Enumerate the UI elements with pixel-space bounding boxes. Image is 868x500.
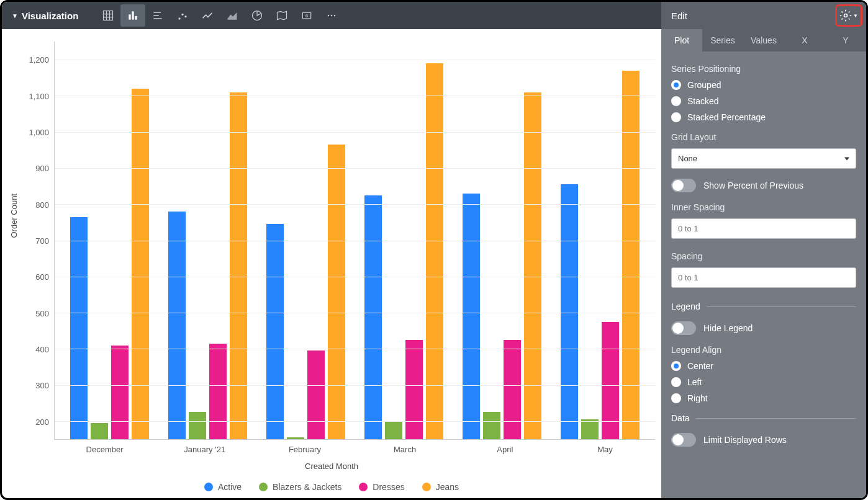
gear-icon [839, 9, 852, 22]
pie-chart-icon[interactable] [245, 4, 269, 27]
hide-legend-label: Hide Legend [703, 323, 753, 333]
bar[interactable] [483, 412, 500, 439]
y-axis-ticks: 2003004005006007008009001,0001,1001,200 [20, 42, 54, 440]
svg-rect-0 [104, 11, 113, 20]
bar[interactable] [385, 421, 402, 439]
limit-rows-toggle[interactable] [671, 433, 696, 447]
x-tick: December [55, 440, 155, 454]
legend-item[interactable]: Active [204, 482, 242, 492]
bar[interactable] [561, 184, 578, 439]
y-tick: 200 [35, 417, 49, 426]
y-tick: 1,100 [29, 91, 49, 100]
chart-plot-area [54, 42, 655, 440]
svg-rect-7 [135, 16, 137, 20]
chart-legend: ActiveBlazers & JacketsDressesJeans [8, 482, 655, 492]
svg-point-19 [334, 15, 336, 17]
bar-chart-icon[interactable] [120, 4, 145, 27]
spacing-input[interactable] [671, 267, 856, 288]
tab-series[interactable]: Series [702, 29, 743, 51]
svg-text:6: 6 [305, 13, 308, 19]
area-chart-icon[interactable] [220, 4, 245, 27]
bar[interactable] [111, 346, 129, 440]
bar[interactable] [328, 145, 345, 439]
legend-dot-icon [259, 483, 268, 491]
legend-align-option[interactable]: Center [671, 361, 856, 371]
map-icon[interactable] [269, 4, 294, 27]
radio-icon [671, 377, 681, 387]
series-positioning-option[interactable]: Stacked Percentage [671, 112, 856, 122]
bar[interactable] [91, 423, 108, 439]
x-tick: May [555, 440, 655, 454]
show-percent-previous-toggle[interactable] [671, 179, 696, 192]
tab-x[interactable]: X [784, 29, 825, 51]
bar[interactable] [168, 212, 186, 439]
single-value-icon[interactable]: 6 [294, 4, 319, 27]
bar[interactable] [209, 344, 227, 439]
visualization-title-toggle[interactable]: ▼ Visualization [7, 11, 83, 21]
toolbar-title: Visualization [22, 11, 78, 21]
settings-gear-button[interactable]: ▼ [835, 4, 862, 27]
line-chart-icon[interactable] [195, 4, 220, 27]
show-percent-previous-label: Show Percent of Previous [703, 181, 803, 190]
bar[interactable] [70, 217, 88, 439]
svg-point-12 [182, 14, 184, 16]
x-axis-label: Created Month [8, 462, 655, 471]
y-tick: 300 [35, 381, 49, 390]
bar[interactable] [405, 340, 423, 439]
legend-dot-icon [359, 483, 368, 491]
y-tick: 1,000 [29, 127, 49, 136]
legend-align-option[interactable]: Right [671, 393, 856, 403]
y-tick: 500 [35, 308, 49, 318]
legend-align-option[interactable]: Left [671, 377, 856, 387]
bar[interactable] [524, 92, 541, 439]
hide-legend-toggle[interactable] [671, 321, 696, 335]
more-viz-icon[interactable] [319, 4, 344, 27]
x-tick: March [355, 440, 455, 454]
bar[interactable] [189, 412, 206, 439]
legend-item[interactable]: Blazers & Jackets [259, 482, 341, 492]
inner-spacing-label: Inner Spacing [671, 202, 856, 212]
radio-icon [671, 80, 681, 90]
grid-layout-select[interactable]: None [671, 148, 856, 169]
bar[interactable] [287, 437, 304, 439]
svg-point-20 [844, 14, 848, 17]
legend-item[interactable]: Dresses [359, 482, 404, 492]
y-tick: 900 [35, 164, 49, 173]
tab-values[interactable]: Values [743, 29, 784, 51]
bar[interactable] [504, 340, 521, 439]
scatter-icon[interactable] [170, 4, 195, 27]
chevron-down-icon: ▼ [12, 12, 18, 19]
series-positioning-label: Series Positioning [671, 64, 856, 74]
y-tick: 700 [35, 236, 49, 246]
bar[interactable] [463, 194, 480, 439]
y-tick: 1,200 [29, 55, 49, 65]
legend-dot-icon [204, 483, 213, 491]
bar[interactable] [364, 195, 382, 439]
edit-panel: Edit ▼ PlotSeriesValuesXY Series Positio… [661, 2, 866, 498]
bar[interactable] [426, 63, 443, 439]
y-axis-label: Order Count [8, 194, 20, 238]
inner-spacing-input[interactable] [671, 218, 856, 239]
bar[interactable] [132, 89, 149, 439]
table-viz-icon[interactable] [96, 4, 120, 27]
x-tick: January '21 [155, 440, 255, 454]
series-positioning-option[interactable]: Grouped [671, 80, 856, 90]
edit-tabs: PlotSeriesValuesXY [661, 29, 866, 51]
y-tick: 800 [35, 200, 49, 209]
radio-icon [671, 393, 681, 403]
svg-point-17 [328, 15, 330, 17]
bar[interactable] [266, 224, 284, 439]
legend-align-label: Legend Align [671, 345, 856, 355]
bar[interactable] [581, 419, 599, 439]
bar[interactable] [307, 350, 325, 439]
bar[interactable] [230, 92, 247, 439]
legend-item[interactable]: Jeans [422, 482, 459, 492]
tab-y[interactable]: Y [825, 29, 866, 51]
legend-section-label: Legend [671, 301, 700, 311]
series-positioning-option[interactable]: Stacked [671, 96, 856, 106]
tab-plot[interactable]: Plot [661, 29, 702, 51]
y-tick: 600 [35, 272, 49, 282]
horizontal-bar-icon[interactable] [145, 4, 170, 27]
bar[interactable] [622, 71, 640, 439]
x-axis-ticks: DecemberJanuary '21FebruaryMarchAprilMay [8, 440, 655, 454]
